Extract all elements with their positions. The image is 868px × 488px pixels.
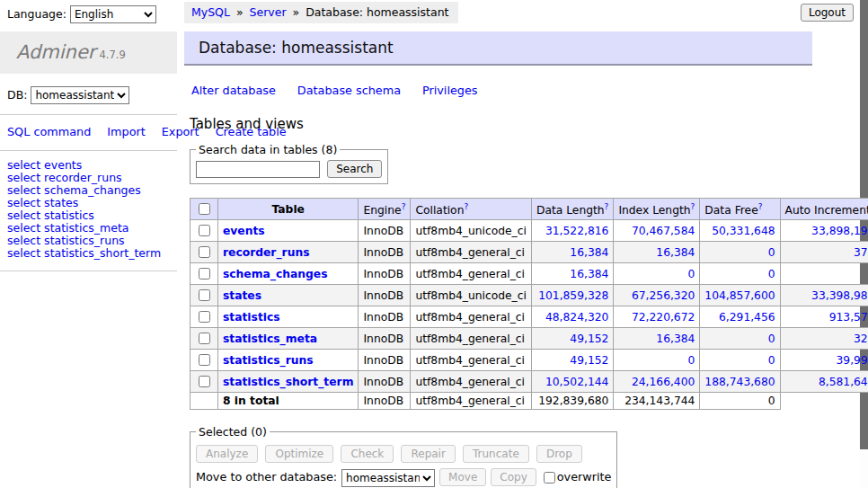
data-free-link[interactable]: 0 xyxy=(768,333,775,345)
data-free-link[interactable]: 0 xyxy=(768,246,775,259)
page-title: Database: homeassistant xyxy=(184,31,812,66)
sidebar-item-select-statistics-meta[interactable]: select statistics_meta xyxy=(7,222,170,235)
auto-increment-link[interactable]: 913,577 xyxy=(829,311,868,324)
auto-increment-cell: 8,581,645 xyxy=(780,371,868,393)
data-length-link[interactable]: 10,502,144 xyxy=(545,376,608,388)
index-length-link[interactable]: 16,384 xyxy=(656,333,695,345)
database-schema-link[interactable]: Database schema xyxy=(297,84,401,97)
data-free-link[interactable]: 0 xyxy=(768,354,775,367)
check-button[interactable]: Check xyxy=(341,445,394,463)
data-length-link[interactable]: 48,824,320 xyxy=(545,311,608,324)
row-checkbox[interactable] xyxy=(199,246,210,258)
data-free-link[interactable]: 104,857,600 xyxy=(704,289,775,302)
sidebar-item-select-schema-changes[interactable]: select schema_changes xyxy=(7,184,170,197)
table-name-link[interactable]: states xyxy=(223,289,261,302)
engine-cell: InnoDB xyxy=(359,220,411,242)
auto-increment-link[interactable]: 33,398,984 xyxy=(811,289,868,302)
auto-increment-link[interactable]: 33,898,196 xyxy=(811,225,868,237)
db-selector-row: DB:homeassistant xyxy=(0,74,177,111)
total-engine: InnoDB xyxy=(359,393,411,410)
sql-command-link[interactable]: SQL command xyxy=(7,125,91,138)
sidebar-item-select-states[interactable]: select states xyxy=(7,197,170,209)
data-length-link[interactable]: 16,384 xyxy=(570,246,608,259)
index-length-link[interactable]: 0 xyxy=(688,354,695,367)
data-free-link[interactable]: 188,743,680 xyxy=(704,376,775,388)
privileges-link[interactable]: Privileges xyxy=(422,84,478,97)
table-name-link[interactable]: statistics_meta xyxy=(223,333,317,345)
row-checkbox[interactable] xyxy=(199,289,210,301)
copy-button[interactable]: Copy xyxy=(491,468,536,486)
db-select[interactable]: homeassistant xyxy=(31,86,129,104)
search-button[interactable]: Search xyxy=(327,160,382,178)
auto-increment-link[interactable]: 378 xyxy=(854,246,868,259)
breadcrumb-server-link[interactable]: Server xyxy=(250,5,287,19)
data-length-cell: 49,152 xyxy=(531,328,613,350)
collation-cell: utf8mb4_general_ci xyxy=(411,306,532,328)
analyze-button[interactable]: Analyze xyxy=(196,445,258,463)
row-checkbox[interactable] xyxy=(199,311,210,323)
data-free-link[interactable]: 6,291,456 xyxy=(719,311,775,324)
truncate-button[interactable]: Truncate xyxy=(463,445,529,463)
data-length-link[interactable]: 16,384 xyxy=(570,268,608,280)
column-header-collation: Collation? xyxy=(411,199,532,220)
repair-button[interactable]: Repair xyxy=(401,445,455,463)
index-length-link[interactable]: 70,467,584 xyxy=(632,225,695,237)
alter-database-link[interactable]: Alter database xyxy=(191,84,276,97)
row-checkbox[interactable] xyxy=(199,225,210,236)
table-name-link[interactable]: statistics xyxy=(223,311,280,324)
column-header-index-length: Index Length? xyxy=(614,199,700,220)
table-name-link[interactable]: statistics_runs xyxy=(223,354,314,367)
sidebar-item-select-recorder-runs[interactable]: select recorder_runs xyxy=(7,172,170,184)
engine-cell: InnoDB xyxy=(359,285,411,306)
move-button[interactable]: Move xyxy=(439,468,486,486)
engine-cell: InnoDB xyxy=(359,263,411,285)
data-length-link[interactable]: 49,152 xyxy=(570,354,608,367)
table-name-link[interactable]: events xyxy=(223,225,265,237)
sidebar-item-select-statistics-runs[interactable]: select statistics_runs xyxy=(7,235,170,247)
drop-button[interactable]: Drop xyxy=(536,445,582,463)
sidebar-item-select-statistics-short-term[interactable]: select statistics_short_term xyxy=(7,247,170,260)
index-length-link[interactable]: 24,166,400 xyxy=(632,376,695,388)
auto-increment-cell: 33,398,984 xyxy=(780,285,868,306)
move-database-select[interactable]: homeassistant xyxy=(341,469,435,487)
row-checkbox[interactable] xyxy=(199,354,210,366)
data-free-link[interactable]: 0 xyxy=(768,268,775,280)
data-free-link[interactable]: 50,331,648 xyxy=(712,225,775,237)
auto-increment-link[interactable]: 39,999 xyxy=(837,354,868,367)
table-name-link[interactable]: statistics_short_term xyxy=(223,376,353,388)
row-checkbox[interactable] xyxy=(199,268,210,279)
data-length-link[interactable]: 49,152 xyxy=(570,333,608,345)
auto-increment-link[interactable]: 325 xyxy=(854,333,868,345)
data-free-help-icon[interactable]: ? xyxy=(758,202,763,211)
index-length-help-icon[interactable]: ? xyxy=(691,202,695,211)
breadcrumb-separator: » xyxy=(236,5,244,19)
search-fieldset: Search data in tables (8) Search xyxy=(190,143,388,184)
search-input[interactable] xyxy=(196,161,320,178)
index-length-link[interactable]: 72,220,672 xyxy=(632,311,695,324)
optimize-button[interactable]: Optimize xyxy=(265,445,333,463)
data-length-link[interactable]: 101,859,328 xyxy=(538,289,608,302)
collation-help-icon[interactable]: ? xyxy=(464,202,468,211)
data-length-help-icon[interactable]: ? xyxy=(605,202,609,211)
select-all-checkbox[interactable] xyxy=(199,203,210,215)
sidebar-item-select-events[interactable]: select events xyxy=(7,159,170,172)
engine-help-icon[interactable]: ? xyxy=(402,202,406,211)
breadcrumb-mysql-link[interactable]: MySQL xyxy=(191,5,230,19)
row-check-cell xyxy=(190,371,218,393)
auto-increment-link[interactable]: 8,581,645 xyxy=(819,376,868,388)
language-select[interactable]: English xyxy=(70,5,156,23)
main-content: MySQL » Server » Database: homeassistant… xyxy=(184,0,812,488)
table-name-cell: events xyxy=(218,220,359,242)
sidebar-item-select-statistics[interactable]: select statistics xyxy=(7,209,170,222)
total-label: 8 in total xyxy=(218,393,359,410)
table-name-link[interactable]: schema_changes xyxy=(223,268,328,280)
index-length-link[interactable]: 16,384 xyxy=(656,246,695,259)
row-checkbox[interactable] xyxy=(199,333,210,344)
overwrite-checkbox[interactable] xyxy=(544,472,555,484)
index-length-link[interactable]: 0 xyxy=(688,268,695,280)
data-length-link[interactable]: 31,522,816 xyxy=(545,225,608,237)
index-length-link[interactable]: 67,256,320 xyxy=(632,289,695,302)
import-link[interactable]: Import xyxy=(107,125,145,138)
row-checkbox[interactable] xyxy=(199,376,210,387)
table-name-link[interactable]: recorder_runs xyxy=(223,246,309,259)
